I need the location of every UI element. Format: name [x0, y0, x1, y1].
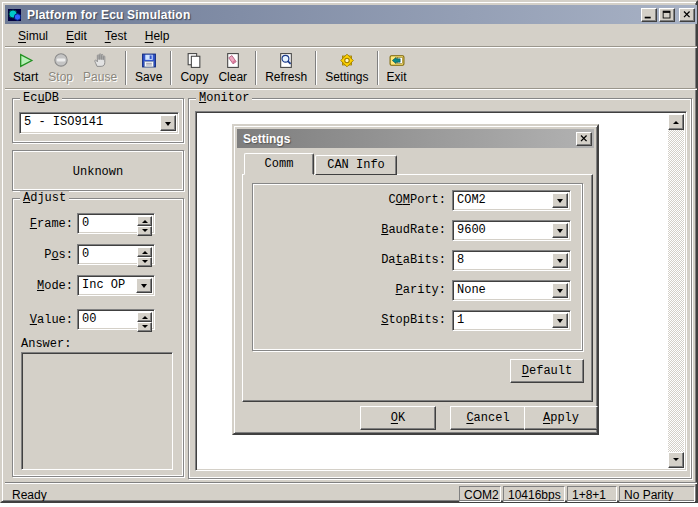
databits-value: 8: [453, 251, 552, 270]
frame-spin-down-button[interactable]: [137, 226, 152, 236]
ecudb-dropdown-button[interactable]: [160, 115, 176, 131]
exit-button[interactable]: Exit: [382, 49, 412, 87]
settings-dialog: Settings Comm CAN Info COMPort: COM2 Bau…: [232, 124, 599, 435]
baudrate-value: 9600: [453, 221, 552, 240]
ok-button-label: OK: [391, 411, 405, 425]
ecudb-value: 5 - ISO9141: [20, 113, 160, 133]
maximize-icon: [660, 9, 674, 21]
dropdown-arrow-icon: [557, 319, 563, 326]
ecudb-combobox[interactable]: 5 - ISO9141: [19, 112, 179, 134]
dropdown-arrow-icon: [141, 284, 147, 291]
monitor-vertical-scrollbar[interactable]: [668, 114, 684, 468]
status-framing: 1+8+1: [567, 486, 617, 502]
stop-label: Stop: [48, 70, 73, 84]
pos-spin-up-button[interactable]: [137, 247, 152, 257]
mode-value: Inc OP: [78, 276, 136, 295]
frame-spin-up-button[interactable]: [137, 216, 152, 226]
main-window: Platform for Ecu Simulation Simul Edit T…: [0, 0, 698, 503]
pos-spin-down-button[interactable]: [137, 257, 152, 267]
settings-button[interactable]: Settings: [320, 49, 373, 87]
menu-simul[interactable]: Simul: [9, 27, 57, 45]
refresh-button[interactable]: Refresh: [260, 49, 312, 87]
close-button[interactable]: [679, 8, 695, 22]
minimize-button[interactable]: [641, 8, 657, 22]
databits-label: DataBits:: [304, 253, 446, 268]
menu-help[interactable]: Help: [136, 27, 179, 45]
toolbar: Start Stop Pause Save Copy: [5, 46, 697, 89]
toolbar-separator: [255, 51, 257, 85]
cancel-button-label: Cancel: [466, 411, 509, 425]
comport-combobox[interactable]: COM2: [452, 190, 571, 211]
settings-close-button[interactable]: [576, 132, 592, 146]
stopbits-dropdown-button[interactable]: [552, 313, 568, 328]
app-icon: [7, 7, 23, 23]
scrollbar-down-icon: [673, 458, 679, 464]
maximize-button[interactable]: [659, 8, 675, 22]
parity-combobox[interactable]: None: [452, 280, 571, 301]
scrollbar-up-button[interactable]: [668, 114, 684, 130]
save-button[interactable]: Save: [130, 49, 167, 87]
value-spin-down-button[interactable]: [137, 322, 152, 332]
copy-icon: [185, 52, 203, 69]
ok-button[interactable]: OK: [360, 406, 436, 430]
mode-combobox[interactable]: Inc OP: [77, 275, 155, 296]
databits-dropdown-button[interactable]: [552, 253, 568, 268]
comport-dropdown-button[interactable]: [552, 193, 568, 208]
pos-spinner[interactable]: 0: [77, 244, 155, 265]
frame-label: Frame:: [15, 217, 73, 232]
frame-spinner[interactable]: 0: [77, 213, 155, 234]
value-value: 00: [78, 310, 137, 329]
dropdown-arrow-icon: [557, 289, 563, 296]
databits-combobox[interactable]: 8: [452, 250, 571, 271]
answer-listbox[interactable]: [21, 352, 173, 470]
dropdown-arrow-icon: [557, 229, 563, 236]
menu-test[interactable]: Test: [96, 27, 136, 45]
apply-button[interactable]: Apply: [524, 406, 598, 430]
mode-dropdown-button[interactable]: [136, 278, 152, 293]
baudrate-dropdown-button[interactable]: [552, 223, 568, 238]
tab-can-info[interactable]: CAN Info: [315, 155, 397, 175]
value-spinner[interactable]: 00: [77, 309, 155, 330]
refresh-icon: [277, 52, 295, 69]
parity-dropdown-button[interactable]: [552, 283, 568, 298]
menu-edit[interactable]: Edit: [57, 27, 96, 45]
pause-icon: [91, 52, 109, 69]
stop-icon: [52, 52, 70, 69]
comport-value: COM2: [453, 191, 552, 210]
baudrate-combobox[interactable]: 9600: [452, 220, 571, 241]
adjust-group-label: Adjust: [20, 191, 69, 205]
stop-button[interactable]: Stop: [43, 49, 78, 87]
cancel-button[interactable]: Cancel: [450, 406, 526, 430]
settings-icon: [338, 52, 356, 69]
status-baud-rate: 10416bps: [503, 486, 565, 502]
toolbar-separator: [315, 51, 317, 85]
value-spin-up-button[interactable]: [137, 312, 152, 322]
spinner-down-icon: [142, 229, 148, 235]
pause-button[interactable]: Pause: [78, 49, 122, 87]
copy-button[interactable]: Copy: [175, 49, 213, 87]
tab-comm[interactable]: Comm: [244, 153, 314, 175]
default-button[interactable]: Default: [510, 359, 584, 383]
value-label: Value:: [15, 313, 73, 328]
clear-icon: [224, 52, 242, 69]
copy-label: Copy: [180, 70, 208, 84]
save-label: Save: [135, 70, 162, 84]
start-label: Start: [13, 70, 38, 84]
scrollbar-down-button[interactable]: [668, 452, 684, 468]
status-parity: No Parity: [619, 486, 695, 502]
exit-icon: [388, 52, 406, 69]
save-icon: [140, 52, 158, 69]
stopbits-label: StopBits:: [304, 313, 446, 328]
toolbar-separator: [170, 51, 172, 85]
pos-label: Pos:: [15, 248, 73, 263]
title-bar: Platform for Ecu Simulation: [5, 5, 697, 24]
clear-label: Clear: [218, 70, 247, 84]
clear-button[interactable]: Clear: [213, 49, 252, 87]
ecudb-group-label: EcuDB: [20, 91, 62, 105]
start-button[interactable]: Start: [8, 49, 43, 87]
spinner-up-icon: [142, 313, 148, 319]
tab-can-info-label: CAN Info: [327, 158, 385, 172]
default-button-label: Default: [522, 364, 572, 378]
stopbits-combobox[interactable]: 1: [452, 310, 571, 331]
exit-label: Exit: [387, 70, 407, 84]
